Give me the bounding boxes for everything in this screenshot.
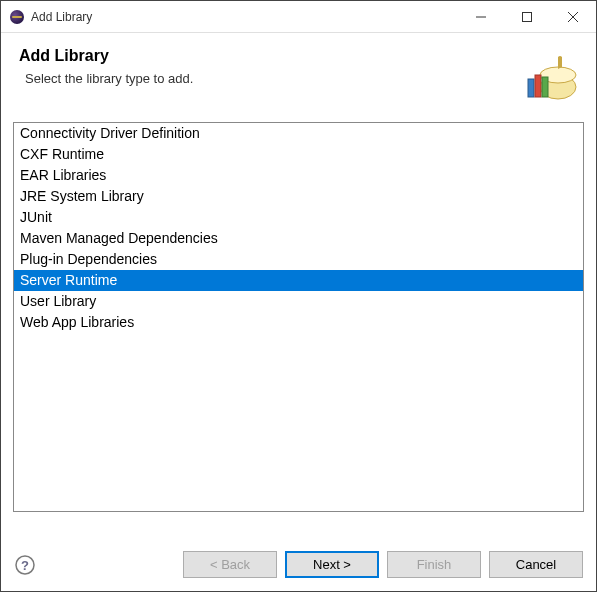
list-item[interactable]: Plug-in Dependencies	[14, 249, 583, 270]
library-type-listbox[interactable]: Connectivity Driver DefinitionCXF Runtim…	[13, 122, 584, 512]
maximize-button[interactable]	[504, 1, 550, 32]
next-button[interactable]: Next >	[285, 551, 379, 578]
eclipse-icon	[9, 9, 25, 25]
list-item[interactable]: JRE System Library	[14, 186, 583, 207]
list-item[interactable]: EAR Libraries	[14, 165, 583, 186]
svg-rect-8	[542, 77, 548, 97]
back-button[interactable]: < Back	[183, 551, 277, 578]
list-item[interactable]: Maven Managed Dependencies	[14, 228, 583, 249]
minimize-button[interactable]	[458, 1, 504, 32]
list-item[interactable]: Connectivity Driver Definition	[14, 123, 583, 144]
cancel-button[interactable]: Cancel	[489, 551, 583, 578]
button-bar: ? < Back Next > Finish Cancel	[1, 540, 596, 591]
window-title: Add Library	[31, 10, 458, 24]
list-item[interactable]: JUnit	[14, 207, 583, 228]
titlebar: Add Library	[1, 1, 596, 33]
list-item[interactable]: Server Runtime	[14, 270, 583, 291]
wizard-header: Add Library Select the library type to a…	[1, 33, 596, 112]
svg-rect-7	[535, 75, 541, 97]
svg-rect-6	[528, 79, 534, 97]
close-button[interactable]	[550, 1, 596, 32]
list-item[interactable]: User Library	[14, 291, 583, 312]
list-item[interactable]: Web App Libraries	[14, 312, 583, 333]
page-subtitle: Select the library type to add.	[19, 71, 508, 86]
svg-rect-1	[523, 12, 532, 21]
svg-text:?: ?	[21, 558, 29, 573]
library-icon	[518, 47, 578, 102]
page-title: Add Library	[19, 47, 508, 65]
finish-button[interactable]: Finish	[387, 551, 481, 578]
help-icon[interactable]: ?	[14, 554, 36, 576]
list-item[interactable]: CXF Runtime	[14, 144, 583, 165]
